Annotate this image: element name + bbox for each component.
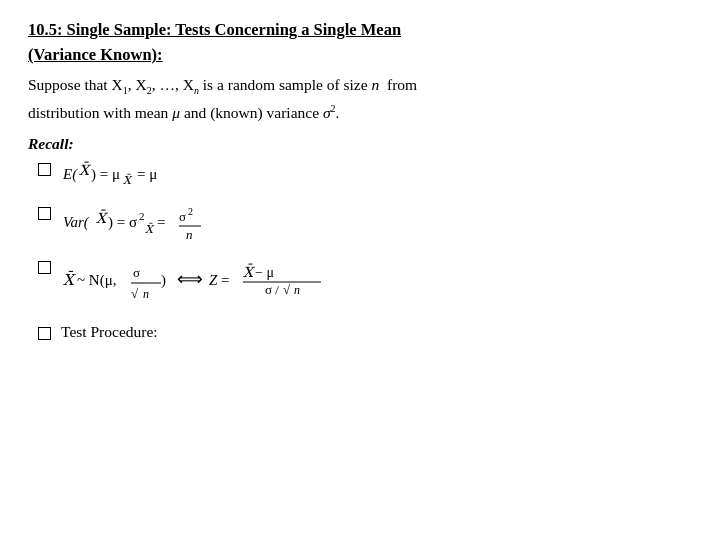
formula-item-test: Test Procedure: [38,323,692,341]
svg-text:= μ: = μ [137,166,157,182]
svg-text:n: n [143,287,149,301]
svg-text:X̄: X̄ [79,161,91,178]
svg-text:n: n [294,283,300,297]
formula-item-1: E( X̄ ) = μ X̄ = μ [38,159,692,189]
formula-item-3: X̄ ~ N(μ, σ √ n ) ⟺ Z = X̄ [38,257,692,309]
svg-text:σ: σ [179,209,186,224]
svg-text:=: = [221,272,229,288]
test-procedure-label: Test Procedure: [61,323,158,341]
body-text-line1: Suppose that X1, X2, …, Xn is a random s… [28,73,692,99]
bullet-checkbox-2 [38,207,51,220]
svg-text:⟺: ⟺ [177,269,203,289]
formula-item-2: Var( X̄ ) = σ 2 X̄ = σ 2 n [38,203,692,243]
svg-text:2: 2 [188,206,193,217]
recall-label: Recall: [28,135,692,153]
title-line2: (Variance Known): [28,45,692,65]
formula-1: E( X̄ ) = μ X̄ = μ [61,159,221,189]
svg-text:σ /: σ / [265,282,279,297]
svg-text:X̄: X̄ [145,222,155,235]
svg-text:Z: Z [209,272,218,288]
bullet-checkbox-test [38,327,51,340]
formula-2: Var( X̄ ) = σ 2 X̄ = σ 2 n [61,203,281,243]
svg-text:X̄: X̄ [123,173,133,186]
svg-text:2: 2 [139,210,145,222]
svg-text:E(: E( [62,166,78,183]
bullet-checkbox-1 [38,163,51,176]
svg-text:=: = [157,214,165,230]
svg-text:σ: σ [133,265,140,280]
svg-text:Var(: Var( [63,214,90,231]
svg-text:) = σ: ) = σ [108,214,137,231]
svg-text:X̄: X̄ [63,270,76,288]
formula-list: E( X̄ ) = μ X̄ = μ Var( X̄ ) = σ 2 X̄ = [28,159,692,341]
svg-text:) = μ: ) = μ [91,166,120,183]
svg-text:~ N(μ,: ~ N(μ, [77,272,117,289]
svg-text:n: n [186,227,193,242]
svg-text:√: √ [131,286,139,301]
title-line1: 10.5: Single Sample: Tests Concerning a … [28,18,692,41]
bullet-checkbox-3 [38,261,51,274]
svg-text:): ) [161,272,166,289]
svg-text:X̄: X̄ [96,209,108,226]
page-container: 10.5: Single Sample: Tests Concerning a … [0,0,720,373]
svg-text:√: √ [283,282,291,297]
body-text-line2: distribution with mean μ and (known) var… [28,101,692,125]
formula-3: X̄ ~ N(μ, σ √ n ) ⟺ Z = X̄ [61,257,481,309]
svg-text:X̄: X̄ [243,263,255,280]
svg-text:− μ: − μ [255,265,274,280]
